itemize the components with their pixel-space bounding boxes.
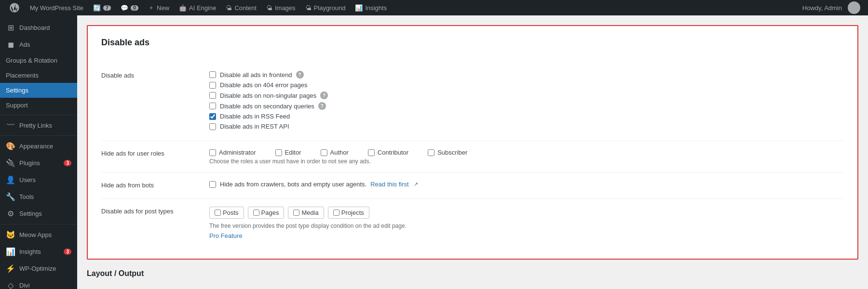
checkbox-pt-pages[interactable] (253, 210, 259, 216)
checkbox-disable-rss[interactable] (209, 113, 216, 120)
adminbar-updates[interactable]: 🔄 7 (88, 0, 116, 15)
pro-feature-link[interactable]: Pro Feature (209, 232, 243, 239)
insights-badge: 3 (64, 249, 71, 255)
checkbox-pt-posts[interactable] (215, 210, 221, 216)
sidebar-item-support[interactable]: Support (0, 98, 77, 113)
adminbar-site[interactable]: My WordPress Site (25, 0, 88, 15)
wp-wrap: ⊞ Dashboard ◼ Ads Groups & Rotation Plac… (0, 15, 868, 289)
checkbox-label-disable-all-frontend: Disable all ads in frontend (220, 71, 292, 79)
post-type-projects[interactable]: Projects (328, 207, 369, 219)
role-contributor: Contributor (368, 149, 408, 156)
checkbox-pt-projects[interactable] (333, 210, 339, 216)
adminbar-insights[interactable]: 📊 Insights (350, 0, 392, 15)
role-author: Author (321, 149, 349, 156)
divi-icon: ◇ (6, 281, 15, 289)
checkbox-disable-secondary[interactable] (209, 103, 216, 109)
checkbox-row-5: Disable ads in REST API (209, 123, 844, 130)
playground-icon: 🌤 (305, 4, 312, 12)
wp-logo[interactable] (4, 0, 25, 15)
comments-icon: 💬 (121, 4, 128, 12)
sidebar-label-plugins: Plugins (19, 159, 40, 167)
updates-count: 7 (103, 5, 111, 11)
hide-user-roles-label: Hide ads for user roles (101, 149, 198, 157)
checkbox-role-editor[interactable] (275, 149, 282, 156)
adminbar-playground[interactable]: 🌤 Playground (300, 0, 351, 15)
checkbox-hide-bots[interactable] (209, 181, 216, 188)
checkbox-disable-404[interactable] (209, 82, 216, 89)
post-type-media[interactable]: Media (288, 207, 324, 219)
sidebar-item-insights[interactable]: 📊 Insights 3 (0, 243, 77, 260)
adminbar-comments[interactable]: 💬 0 (116, 0, 143, 15)
sidebar-separator-2 (0, 135, 77, 136)
avatar (848, 1, 860, 14)
checkbox-disable-all-frontend[interactable] (209, 71, 216, 78)
dashboard-icon: ⊞ (6, 23, 15, 32)
images-label: Images (275, 4, 296, 12)
sidebar-item-meow-apps[interactable]: 🐱 Meow Apps (0, 226, 77, 243)
sidebar-item-divi[interactable]: ◇ Divi (0, 277, 77, 289)
plugins-badge: 3 (64, 160, 71, 166)
post-type-pages[interactable]: Pages (248, 207, 285, 219)
checkbox-disable-rest[interactable] (209, 123, 216, 130)
adminbar-new[interactable]: ＋ New (143, 0, 174, 15)
adminbar-content[interactable]: 🌤 Content (221, 0, 261, 15)
checkbox-role-author[interactable] (321, 149, 327, 156)
help-icon-0[interactable]: ? (296, 71, 304, 79)
sidebar-item-settings[interactable]: Settings (0, 83, 77, 98)
adminbar-ai-engine[interactable]: 🤖 AI Engine (174, 0, 221, 15)
checkbox-pt-media[interactable] (293, 210, 299, 216)
role-subscriber: Subscriber (428, 149, 467, 156)
sidebar-label-wp-optimize: WP-Optimize (19, 265, 56, 272)
sidebar-label-support: Support (6, 102, 28, 109)
post-types-description: The free version provides the post type … (209, 223, 844, 229)
sidebar-item-appearance[interactable]: 🎨 Appearance (0, 138, 77, 155)
ads-icon: ◼ (6, 40, 15, 49)
sidebar-item-ads[interactable]: ◼ Ads (0, 36, 77, 53)
sidebar-item-pretty-links[interactable]: 〰 Pretty Links (0, 117, 77, 133)
hide-bots-label: Hide ads from bots (101, 181, 198, 189)
checkbox-label-disable-404: Disable ads on 404 error pages (220, 81, 307, 89)
sidebar-label-pretty-links: Pretty Links (19, 122, 52, 129)
roles-description: Choose the roles a user must have in ord… (209, 158, 844, 165)
read-first-link[interactable]: Read this first (370, 181, 408, 188)
sidebar-item-plugins[interactable]: 🔌 Plugins 3 (0, 155, 77, 171)
hide-user-roles-row: Hide ads for user roles Administrator Ed… (101, 141, 844, 173)
layout-section-header: Layout / Output (87, 269, 858, 278)
content-label: Content (234, 4, 257, 12)
sidebar-item-tools[interactable]: 🔧 Tools (0, 188, 77, 205)
insights-icon: 📊 (6, 247, 15, 256)
main-content: Disable ads Disable ads Disable all ads … (77, 15, 868, 289)
adminbar-right: Howdy, Admin (797, 1, 864, 14)
checkbox-row-0: Disable all ads in frontend ? (209, 71, 844, 79)
disable-post-types-row: Disable ads for post types Posts Pages (101, 199, 844, 247)
plugins-icon: 🔌 (6, 158, 15, 168)
help-icon-3[interactable]: ? (318, 102, 326, 110)
updates-icon: 🔄 (93, 4, 101, 12)
sidebar-label-insights: Insights (19, 248, 41, 255)
admin-bar: My WordPress Site 🔄 7 💬 0 ＋ New 🤖 AI Eng… (0, 0, 868, 15)
checkbox-role-contributor[interactable] (368, 149, 375, 156)
adminbar-site-name: My WordPress Site (30, 4, 83, 12)
adminbar-howdy[interactable]: Howdy, Admin (797, 4, 848, 12)
sidebar-separator-3 (0, 224, 77, 224)
sidebar-item-wp-optimize[interactable]: ⚡ WP-Optimize (0, 260, 77, 277)
adminbar-images[interactable]: 🌤 Images (261, 0, 300, 15)
checkbox-row-2: Disable ads on non-singular pages ? (209, 92, 844, 99)
content-icon: 🌤 (226, 4, 232, 12)
help-icon-2[interactable]: ? (320, 92, 328, 99)
post-type-posts[interactable]: Posts (209, 207, 244, 219)
sidebar-item-users[interactable]: 👤 Users (0, 171, 77, 188)
checkbox-label-secondary: Disable ads on secondary queries (220, 103, 314, 110)
sidebar-item-placements[interactable]: Placements (0, 68, 77, 83)
checkbox-role-admin[interactable] (209, 149, 216, 156)
checkbox-role-subscriber[interactable] (428, 149, 434, 156)
external-link-icon: ↗ (414, 181, 418, 187)
images-icon: 🌤 (266, 4, 272, 12)
playground-label: Playground (314, 4, 346, 12)
checkbox-disable-non-singular[interactable] (209, 92, 216, 99)
sidebar-item-dashboard[interactable]: ⊞ Dashboard (0, 19, 77, 36)
sidebar-item-groups-rotation[interactable]: Groups & Rotation (0, 53, 77, 68)
role-editor: Editor (275, 149, 301, 156)
disable-ads-label: Disable ads (101, 71, 198, 79)
sidebar-item-settings2[interactable]: ⚙ Settings (0, 205, 77, 222)
